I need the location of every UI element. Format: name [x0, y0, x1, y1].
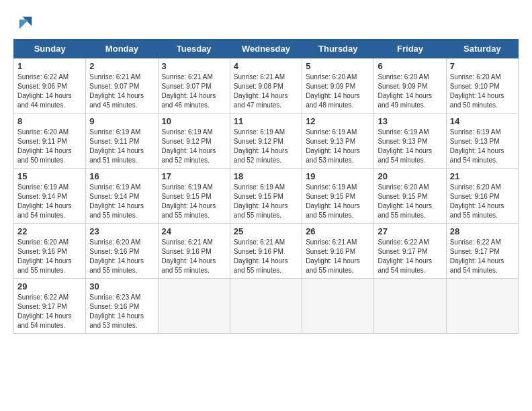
- day-number: 13: [378, 116, 442, 126]
- day-number: 16: [89, 171, 154, 181]
- daylight-label: Daylight: 14 hours and 48 minutes.: [306, 92, 360, 109]
- daylight-label: Daylight: 14 hours and 55 minutes.: [162, 202, 216, 219]
- day-number: 25: [234, 226, 298, 236]
- daylight-label: Daylight: 14 hours and 54 minutes.: [450, 257, 504, 274]
- calendar-cell-day-10: 10 Sunrise: 6:19 AM Sunset: 9:12 PM Dayl…: [158, 113, 230, 169]
- sunrise-label: Sunrise: 6:19 AM: [234, 128, 285, 136]
- day-number: 19: [306, 171, 370, 181]
- daylight-label: Daylight: 14 hours and 55 minutes.: [234, 202, 288, 219]
- calendar-cell-day-4: 4 Sunrise: 6:21 AM Sunset: 9:08 PM Dayli…: [230, 58, 302, 113]
- daylight-label: Daylight: 14 hours and 54 minutes.: [450, 147, 504, 164]
- calendar-week-row: 15 Sunrise: 6:19 AM Sunset: 9:14 PM Dayl…: [14, 169, 519, 224]
- sunset-label: Sunset: 9:15 PM: [306, 193, 355, 200]
- day-number: 4: [234, 61, 298, 71]
- sunrise-label: Sunrise: 6:19 AM: [234, 183, 285, 191]
- sunset-label: Sunset: 9:15 PM: [378, 193, 427, 200]
- sunrise-label: Sunrise: 6:19 AM: [162, 128, 213, 136]
- day-number: 28: [450, 226, 515, 236]
- sunrise-label: Sunrise: 6:21 AM: [234, 73, 285, 81]
- sunrise-label: Sunrise: 6:23 AM: [89, 293, 140, 301]
- day-number: 6: [378, 61, 442, 71]
- calendar-cell-day-29: 29 Sunrise: 6:22 AM Sunset: 9:17 PM Dayl…: [14, 279, 86, 334]
- sunrise-label: Sunrise: 6:19 AM: [162, 183, 213, 191]
- daylight-label: Daylight: 14 hours and 54 minutes.: [17, 202, 72, 219]
- sunrise-label: Sunrise: 6:20 AM: [450, 183, 501, 191]
- day-info: Sunrise: 6:20 AM Sunset: 9:16 PM Dayligh…: [17, 238, 82, 275]
- sunset-label: Sunset: 9:12 PM: [162, 138, 212, 145]
- sunset-label: Sunset: 9:16 PM: [306, 248, 355, 255]
- sunset-label: Sunset: 9:11 PM: [17, 138, 67, 145]
- calendar-week-row: 29 Sunrise: 6:22 AM Sunset: 9:17 PM Dayl…: [14, 279, 519, 334]
- day-info: Sunrise: 6:21 AM Sunset: 9:08 PM Dayligh…: [234, 73, 298, 110]
- day-number: 18: [234, 171, 298, 181]
- day-number: 1: [17, 61, 82, 71]
- calendar-cell-day-6: 6 Sunrise: 6:20 AM Sunset: 9:09 PM Dayli…: [374, 58, 446, 113]
- weekday-header-sunday: Sunday: [14, 40, 86, 58]
- daylight-label: Daylight: 14 hours and 55 minutes.: [89, 202, 144, 219]
- sunrise-label: Sunrise: 6:19 AM: [17, 183, 69, 191]
- calendar-cell-day-8: 8 Sunrise: 6:20 AM Sunset: 9:11 PM Dayli…: [14, 113, 86, 169]
- day-number: 30: [89, 281, 154, 291]
- day-number: 23: [89, 226, 154, 236]
- weekday-header-row: SundayMondayTuesdayWednesdayThursdayFrid…: [14, 40, 519, 58]
- daylight-label: Daylight: 14 hours and 50 minutes.: [17, 147, 72, 164]
- calendar-cell-empty: [446, 279, 518, 334]
- weekday-header-friday: Friday: [374, 40, 446, 58]
- weekday-header-thursday: Thursday: [302, 40, 374, 58]
- day-number: 11: [234, 116, 298, 126]
- page-header: [13, 13, 519, 32]
- day-info: Sunrise: 6:19 AM Sunset: 9:13 PM Dayligh…: [378, 128, 442, 165]
- day-info: Sunrise: 6:19 AM Sunset: 9:12 PM Dayligh…: [162, 128, 226, 165]
- day-number: 24: [162, 226, 226, 236]
- weekday-header-tuesday: Tuesday: [158, 40, 230, 58]
- calendar-cell-empty: [374, 279, 446, 334]
- day-info: Sunrise: 6:23 AM Sunset: 9:16 PM Dayligh…: [89, 293, 154, 330]
- daylight-label: Daylight: 14 hours and 55 minutes.: [234, 257, 288, 274]
- sunrise-label: Sunrise: 6:22 AM: [17, 293, 69, 301]
- day-info: Sunrise: 6:22 AM Sunset: 9:17 PM Dayligh…: [17, 293, 82, 330]
- sunset-label: Sunset: 9:11 PM: [89, 138, 139, 145]
- weekday-header-monday: Monday: [86, 40, 158, 58]
- sunset-label: Sunset: 9:07 PM: [89, 83, 139, 90]
- sunset-label: Sunset: 9:14 PM: [17, 193, 67, 200]
- daylight-label: Daylight: 14 hours and 55 minutes.: [450, 202, 504, 219]
- sunset-label: Sunset: 9:12 PM: [234, 138, 283, 145]
- sunrise-label: Sunrise: 6:19 AM: [306, 128, 357, 136]
- daylight-label: Daylight: 14 hours and 46 minutes.: [162, 92, 216, 109]
- daylight-label: Daylight: 14 hours and 45 minutes.: [89, 92, 144, 109]
- daylight-label: Daylight: 14 hours and 53 minutes.: [89, 312, 144, 329]
- day-number: 2: [89, 61, 154, 71]
- day-number: 22: [17, 226, 82, 236]
- day-number: 20: [378, 171, 442, 181]
- sunrise-label: Sunrise: 6:20 AM: [17, 128, 69, 136]
- logo-icon: [16, 13, 35, 32]
- sunset-label: Sunset: 9:09 PM: [306, 83, 355, 90]
- calendar-cell-day-22: 22 Sunrise: 6:20 AM Sunset: 9:16 PM Dayl…: [14, 224, 86, 279]
- calendar-cell-day-2: 2 Sunrise: 6:21 AM Sunset: 9:07 PM Dayli…: [86, 58, 158, 113]
- calendar-cell-day-1: 1 Sunrise: 6:22 AM Sunset: 9:06 PM Dayli…: [14, 58, 86, 113]
- day-number: 10: [162, 116, 226, 126]
- calendar-cell-day-28: 28 Sunrise: 6:22 AM Sunset: 9:17 PM Dayl…: [446, 224, 518, 279]
- sunrise-label: Sunrise: 6:20 AM: [450, 73, 501, 81]
- calendar-cell-empty: [230, 279, 302, 334]
- day-number: 15: [17, 171, 82, 181]
- day-info: Sunrise: 6:19 AM Sunset: 9:14 PM Dayligh…: [89, 183, 154, 220]
- calendar-cell-day-25: 25 Sunrise: 6:21 AM Sunset: 9:16 PM Dayl…: [230, 224, 302, 279]
- sunrise-label: Sunrise: 6:20 AM: [378, 183, 429, 191]
- sunset-label: Sunset: 9:15 PM: [234, 193, 283, 200]
- sunset-label: Sunset: 9:17 PM: [17, 303, 67, 310]
- day-info: Sunrise: 6:21 AM Sunset: 9:16 PM Dayligh…: [306, 238, 370, 275]
- daylight-label: Daylight: 14 hours and 44 minutes.: [17, 92, 72, 109]
- daylight-label: Daylight: 14 hours and 55 minutes.: [378, 202, 432, 219]
- day-number: 8: [17, 116, 82, 126]
- daylight-label: Daylight: 14 hours and 53 minutes.: [306, 147, 360, 164]
- calendar-cell-day-14: 14 Sunrise: 6:19 AM Sunset: 9:13 PM Dayl…: [446, 113, 518, 169]
- sunrise-label: Sunrise: 6:20 AM: [378, 73, 429, 81]
- daylight-label: Daylight: 14 hours and 54 minutes.: [378, 147, 432, 164]
- sunrise-label: Sunrise: 6:19 AM: [378, 128, 429, 136]
- calendar-cell-day-3: 3 Sunrise: 6:21 AM Sunset: 9:07 PM Dayli…: [158, 58, 230, 113]
- calendar-cell-day-5: 5 Sunrise: 6:20 AM Sunset: 9:09 PM Dayli…: [302, 58, 374, 113]
- sunset-label: Sunset: 9:17 PM: [378, 248, 427, 255]
- sunrise-label: Sunrise: 6:19 AM: [89, 183, 140, 191]
- daylight-label: Daylight: 14 hours and 55 minutes.: [17, 257, 72, 274]
